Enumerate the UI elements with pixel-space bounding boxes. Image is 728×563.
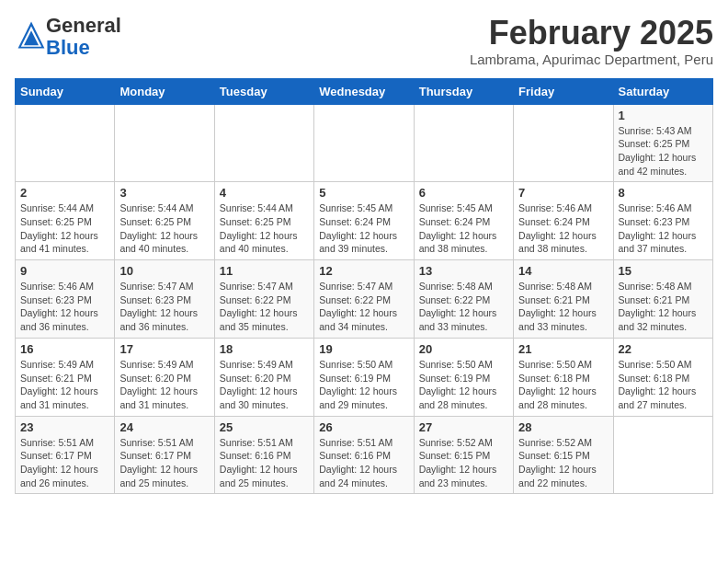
day-info: Sunrise: 5:44 AM Sunset: 6:25 PM Dayligh… <box>220 201 309 256</box>
day-info: Sunrise: 5:49 AM Sunset: 6:20 PM Dayligh… <box>220 358 309 412</box>
day-info: Sunrise: 5:51 AM Sunset: 6:17 PM Dayligh… <box>20 436 109 490</box>
logo-blue: Blue <box>46 36 90 59</box>
column-header-saturday: Saturday <box>613 78 712 104</box>
day-number: 24 <box>119 420 209 434</box>
day-number: 19 <box>319 342 408 356</box>
day-number: 4 <box>220 186 309 200</box>
day-number: 20 <box>419 342 508 356</box>
calendar-week-row: 2Sunrise: 5:44 AM Sunset: 6:25 PM Daylig… <box>16 182 713 260</box>
calendar-cell: 21Sunrise: 5:50 AM Sunset: 6:18 PM Dayli… <box>514 338 613 416</box>
day-number: 13 <box>419 264 508 278</box>
column-header-wednesday: Wednesday <box>314 78 414 104</box>
calendar-cell: 16Sunrise: 5:49 AM Sunset: 6:21 PM Dayli… <box>16 338 115 416</box>
calendar-cell: 20Sunrise: 5:50 AM Sunset: 6:19 PM Dayli… <box>414 338 513 416</box>
calendar-cell: 2Sunrise: 5:44 AM Sunset: 6:25 PM Daylig… <box>16 182 115 260</box>
day-number: 3 <box>119 186 209 200</box>
calendar-header-row: SundayMondayTuesdayWednesdayThursdayFrid… <box>16 78 713 104</box>
day-info: Sunrise: 5:52 AM Sunset: 6:15 PM Dayligh… <box>518 436 608 490</box>
day-info: Sunrise: 5:50 AM Sunset: 6:19 PM Dayligh… <box>319 358 408 412</box>
calendar-cell: 11Sunrise: 5:47 AM Sunset: 6:22 PM Dayli… <box>214 260 313 339</box>
day-number: 16 <box>20 342 109 356</box>
day-info: Sunrise: 5:48 AM Sunset: 6:21 PM Dayligh… <box>619 280 708 334</box>
day-number: 22 <box>619 342 708 356</box>
subtitle: Lambrama, Apurimac Department, Peru <box>470 52 713 67</box>
header: General Blue February 2025 Lambrama, Apu… <box>15 15 713 67</box>
day-number: 5 <box>319 186 408 200</box>
calendar-cell <box>514 104 613 182</box>
day-info: Sunrise: 5:45 AM Sunset: 6:24 PM Dayligh… <box>319 201 408 256</box>
calendar-cell: 3Sunrise: 5:44 AM Sunset: 6:25 PM Daylig… <box>115 182 214 260</box>
day-info: Sunrise: 5:49 AM Sunset: 6:20 PM Dayligh… <box>119 358 209 412</box>
calendar-cell: 9Sunrise: 5:46 AM Sunset: 6:23 PM Daylig… <box>16 260 115 339</box>
day-info: Sunrise: 5:47 AM Sunset: 6:22 PM Dayligh… <box>319 280 408 334</box>
day-number: 25 <box>220 420 309 434</box>
column-header-sunday: Sunday <box>16 78 115 104</box>
calendar-cell: 22Sunrise: 5:50 AM Sunset: 6:18 PM Dayli… <box>613 338 712 416</box>
logo: General Blue <box>15 15 121 59</box>
calendar-cell: 12Sunrise: 5:47 AM Sunset: 6:22 PM Dayli… <box>314 260 414 339</box>
day-info: Sunrise: 5:48 AM Sunset: 6:21 PM Dayligh… <box>518 280 608 334</box>
calendar-cell <box>414 104 513 182</box>
day-number: 14 <box>518 264 608 278</box>
day-info: Sunrise: 5:52 AM Sunset: 6:15 PM Dayligh… <box>419 436 508 490</box>
calendar-cell: 19Sunrise: 5:50 AM Sunset: 6:19 PM Dayli… <box>314 338 414 416</box>
calendar-cell <box>214 104 313 182</box>
day-number: 12 <box>319 264 408 278</box>
calendar-week-row: 16Sunrise: 5:49 AM Sunset: 6:21 PM Dayli… <box>16 338 713 416</box>
calendar-week-row: 1Sunrise: 5:43 AM Sunset: 6:25 PM Daylig… <box>16 104 713 182</box>
day-number: 23 <box>20 420 109 434</box>
title-area: February 2025 Lambrama, Apurimac Departm… <box>470 15 713 67</box>
day-info: Sunrise: 5:47 AM Sunset: 6:23 PM Dayligh… <box>119 280 209 334</box>
day-info: Sunrise: 5:47 AM Sunset: 6:22 PM Dayligh… <box>220 280 309 334</box>
day-number: 28 <box>518 420 608 434</box>
day-number: 8 <box>619 186 708 200</box>
day-info: Sunrise: 5:46 AM Sunset: 6:23 PM Dayligh… <box>20 280 109 334</box>
day-info: Sunrise: 5:46 AM Sunset: 6:23 PM Dayligh… <box>619 201 708 256</box>
day-info: Sunrise: 5:43 AM Sunset: 6:25 PM Dayligh… <box>619 124 708 178</box>
day-info: Sunrise: 5:50 AM Sunset: 6:18 PM Dayligh… <box>619 358 708 412</box>
column-header-monday: Monday <box>115 78 214 104</box>
day-number: 1 <box>619 109 708 122</box>
day-info: Sunrise: 5:51 AM Sunset: 6:16 PM Dayligh… <box>319 436 408 490</box>
day-info: Sunrise: 5:44 AM Sunset: 6:25 PM Dayligh… <box>20 201 109 256</box>
logo-text: General Blue <box>46 15 121 59</box>
calendar-cell: 8Sunrise: 5:46 AM Sunset: 6:23 PM Daylig… <box>613 182 712 260</box>
day-number: 11 <box>220 264 309 278</box>
calendar-cell <box>16 104 115 182</box>
calendar-cell: 23Sunrise: 5:51 AM Sunset: 6:17 PM Dayli… <box>16 416 115 494</box>
calendar-cell: 4Sunrise: 5:44 AM Sunset: 6:25 PM Daylig… <box>214 182 313 260</box>
calendar-week-row: 9Sunrise: 5:46 AM Sunset: 6:23 PM Daylig… <box>16 260 713 339</box>
calendar-cell: 14Sunrise: 5:48 AM Sunset: 6:21 PM Dayli… <box>514 260 613 339</box>
calendar-cell: 18Sunrise: 5:49 AM Sunset: 6:20 PM Dayli… <box>214 338 313 416</box>
logo-icon <box>17 20 46 50</box>
day-number: 21 <box>518 342 608 356</box>
day-number: 17 <box>119 342 209 356</box>
column-header-friday: Friday <box>514 78 613 104</box>
calendar-cell <box>314 104 414 182</box>
calendar-cell: 1Sunrise: 5:43 AM Sunset: 6:25 PM Daylig… <box>613 104 712 182</box>
day-number: 6 <box>419 186 508 200</box>
day-number: 10 <box>119 264 209 278</box>
calendar-cell: 26Sunrise: 5:51 AM Sunset: 6:16 PM Dayli… <box>314 416 414 494</box>
column-header-thursday: Thursday <box>414 78 513 104</box>
calendar-cell: 13Sunrise: 5:48 AM Sunset: 6:22 PM Dayli… <box>414 260 513 339</box>
calendar-cell: 7Sunrise: 5:46 AM Sunset: 6:24 PM Daylig… <box>514 182 613 260</box>
calendar-cell: 10Sunrise: 5:47 AM Sunset: 6:23 PM Dayli… <box>115 260 214 339</box>
day-number: 18 <box>220 342 309 356</box>
day-info: Sunrise: 5:49 AM Sunset: 6:21 PM Dayligh… <box>20 358 109 412</box>
logo-general: General <box>46 14 121 37</box>
day-number: 27 <box>419 420 508 434</box>
day-info: Sunrise: 5:50 AM Sunset: 6:18 PM Dayligh… <box>518 358 608 412</box>
day-info: Sunrise: 5:44 AM Sunset: 6:25 PM Dayligh… <box>119 201 209 256</box>
day-number: 15 <box>619 264 708 278</box>
day-info: Sunrise: 5:50 AM Sunset: 6:19 PM Dayligh… <box>419 358 508 412</box>
day-info: Sunrise: 5:46 AM Sunset: 6:24 PM Dayligh… <box>518 201 608 256</box>
day-number: 7 <box>518 186 608 200</box>
day-info: Sunrise: 5:51 AM Sunset: 6:16 PM Dayligh… <box>220 436 309 490</box>
calendar-cell: 17Sunrise: 5:49 AM Sunset: 6:20 PM Dayli… <box>115 338 214 416</box>
calendar-cell: 6Sunrise: 5:45 AM Sunset: 6:24 PM Daylig… <box>414 182 513 260</box>
calendar-cell: 27Sunrise: 5:52 AM Sunset: 6:15 PM Dayli… <box>414 416 513 494</box>
calendar-cell: 15Sunrise: 5:48 AM Sunset: 6:21 PM Dayli… <box>613 260 712 339</box>
calendar-cell: 28Sunrise: 5:52 AM Sunset: 6:15 PM Dayli… <box>514 416 613 494</box>
day-number: 26 <box>319 420 408 434</box>
